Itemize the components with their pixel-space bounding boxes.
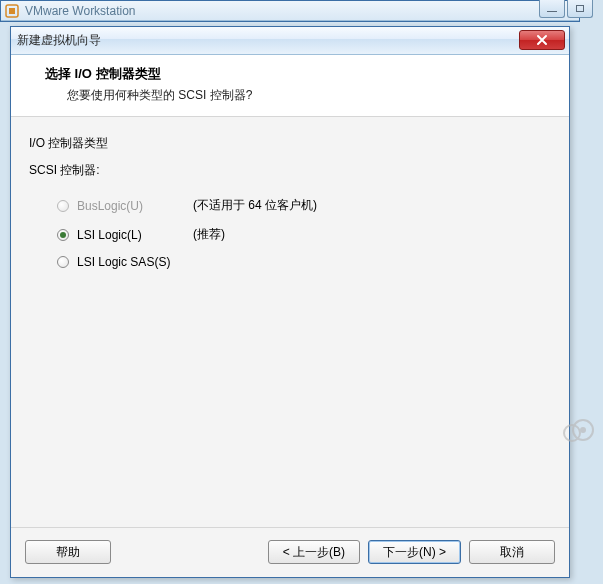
dialog-body: I/O 控制器类型 SCSI 控制器: BusLogic(U) (不适用于 64…: [11, 117, 569, 527]
radio-label: LSI Logic SAS(S): [77, 255, 187, 269]
scsi-controller-label: SCSI 控制器:: [29, 162, 551, 179]
radio-hint: (不适用于 64 位客户机): [193, 197, 317, 214]
vmware-main-window: VMware Workstation: [0, 0, 580, 22]
minimize-button[interactable]: [539, 0, 565, 18]
next-button[interactable]: 下一步(N) >: [368, 540, 461, 564]
back-button[interactable]: < 上一步(B): [268, 540, 360, 564]
dialog-titlebar: 新建虚拟机向导: [11, 27, 569, 55]
maximize-button[interactable]: [567, 0, 593, 18]
radio-icon: [57, 200, 69, 212]
radio-option-lsi-logic[interactable]: LSI Logic(L) (推荐): [29, 220, 551, 249]
main-window-controls: [537, 0, 593, 18]
header-subtitle: 您要使用何种类型的 SCSI 控制器?: [45, 87, 555, 104]
help-button[interactable]: 帮助: [25, 540, 111, 564]
radio-icon: [57, 229, 69, 241]
cancel-button[interactable]: 取消: [469, 540, 555, 564]
watermark-logo: [559, 416, 599, 444]
radio-hint: (推荐): [193, 226, 225, 243]
new-vm-wizard-dialog: 新建虚拟机向导 选择 I/O 控制器类型 您要使用何种类型的 SCSI 控制器?…: [10, 26, 570, 578]
svg-rect-1: [9, 8, 15, 14]
radio-label: LSI Logic(L): [77, 228, 187, 242]
svg-point-4: [580, 427, 586, 433]
vmware-app-icon: [5, 4, 19, 18]
close-button[interactable]: [519, 30, 565, 50]
radio-icon: [57, 256, 69, 268]
dialog-footer: 帮助 < 上一步(B) 下一步(N) > 取消: [11, 527, 569, 576]
main-window-title: VMware Workstation: [25, 4, 135, 18]
header-title: 选择 I/O 控制器类型: [45, 65, 555, 83]
io-controller-type-label: I/O 控制器类型: [29, 135, 551, 152]
dialog-title: 新建虚拟机向导: [17, 32, 101, 49]
main-titlebar: VMware Workstation: [1, 1, 579, 21]
radio-label: BusLogic(U): [77, 199, 187, 213]
radio-option-lsi-logic-sas[interactable]: LSI Logic SAS(S): [29, 249, 551, 275]
radio-option-buslogic: BusLogic(U) (不适用于 64 位客户机): [29, 191, 551, 220]
dialog-header: 选择 I/O 控制器类型 您要使用何种类型的 SCSI 控制器?: [11, 55, 569, 117]
